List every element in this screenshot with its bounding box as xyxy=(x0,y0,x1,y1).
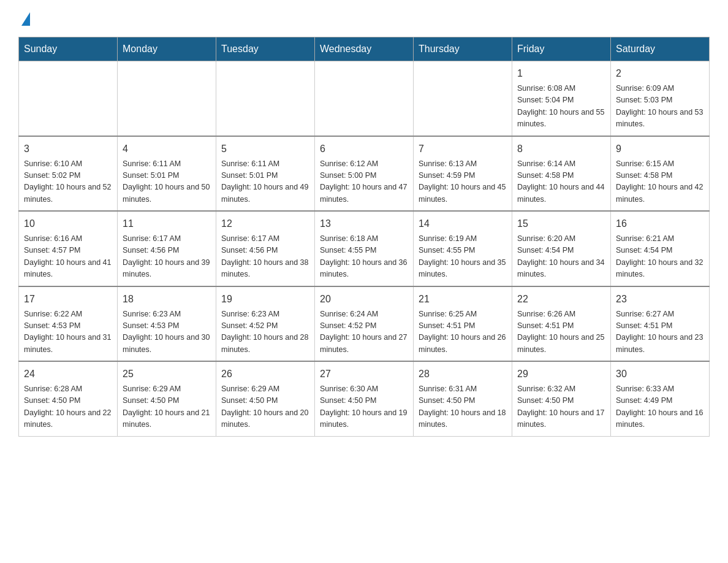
calendar-header-row: SundayMondayTuesdayWednesdayThursdayFrid… xyxy=(19,37,710,61)
calendar-cell xyxy=(315,61,414,136)
calendar-cell: 27Sunrise: 6:30 AMSunset: 4:50 PMDayligh… xyxy=(315,361,414,436)
day-header-thursday: Thursday xyxy=(414,37,512,61)
day-number: 25 xyxy=(123,367,211,381)
day-info: Sunrise: 6:29 AMSunset: 4:50 PMDaylight:… xyxy=(123,383,211,431)
calendar-cell: 6Sunrise: 6:12 AMSunset: 5:00 PMDaylight… xyxy=(315,136,414,212)
day-number: 22 xyxy=(517,292,605,307)
day-info: Sunrise: 6:31 AMSunset: 4:50 PMDaylight:… xyxy=(419,383,507,431)
day-number: 18 xyxy=(123,292,211,307)
calendar-cell: 3Sunrise: 6:10 AMSunset: 5:02 PMDaylight… xyxy=(19,136,118,212)
day-number: 10 xyxy=(24,216,112,231)
day-number: 29 xyxy=(517,367,605,381)
day-info: Sunrise: 6:23 AMSunset: 4:53 PMDaylight:… xyxy=(123,308,211,356)
calendar-week-row: 17Sunrise: 6:22 AMSunset: 4:53 PMDayligh… xyxy=(19,286,710,362)
calendar-cell: 26Sunrise: 6:29 AMSunset: 4:50 PMDayligh… xyxy=(216,361,315,436)
day-number: 20 xyxy=(320,292,408,307)
logo-triangle-icon xyxy=(21,12,30,26)
calendar-cell: 2Sunrise: 6:09 AMSunset: 5:03 PMDaylight… xyxy=(611,61,710,136)
day-header-wednesday: Wednesday xyxy=(315,37,414,61)
day-info: Sunrise: 6:16 AMSunset: 4:57 PMDaylight:… xyxy=(24,233,112,281)
calendar-cell: 23Sunrise: 6:27 AMSunset: 4:51 PMDayligh… xyxy=(611,286,710,362)
day-info: Sunrise: 6:26 AMSunset: 4:51 PMDaylight:… xyxy=(517,308,605,356)
day-number: 28 xyxy=(419,367,507,381)
day-number: 9 xyxy=(616,142,704,156)
calendar-cell: 7Sunrise: 6:13 AMSunset: 4:59 PMDaylight… xyxy=(414,136,512,212)
calendar-cell: 9Sunrise: 6:15 AMSunset: 4:58 PMDaylight… xyxy=(611,136,710,212)
day-number: 17 xyxy=(24,292,112,307)
day-info: Sunrise: 6:17 AMSunset: 4:56 PMDaylight:… xyxy=(123,233,211,281)
day-info: Sunrise: 6:29 AMSunset: 4:50 PMDaylight:… xyxy=(221,383,309,431)
logo-general-text xyxy=(18,12,30,27)
calendar-cell: 30Sunrise: 6:33 AMSunset: 4:49 PMDayligh… xyxy=(611,361,710,436)
calendar-week-row: 3Sunrise: 6:10 AMSunset: 5:02 PMDaylight… xyxy=(19,136,710,212)
calendar-cell: 8Sunrise: 6:14 AMSunset: 4:58 PMDaylight… xyxy=(512,136,611,212)
calendar-week-row: 1Sunrise: 6:08 AMSunset: 5:04 PMDaylight… xyxy=(19,61,710,136)
day-info: Sunrise: 6:15 AMSunset: 4:58 PMDaylight:… xyxy=(616,158,704,206)
day-number: 2 xyxy=(616,66,704,81)
day-header-sunday: Sunday xyxy=(19,37,118,61)
day-info: Sunrise: 6:14 AMSunset: 4:58 PMDaylight:… xyxy=(517,158,605,206)
day-number: 26 xyxy=(221,367,309,381)
day-number: 27 xyxy=(320,367,408,381)
day-info: Sunrise: 6:20 AMSunset: 4:54 PMDaylight:… xyxy=(517,233,605,281)
calendar-cell xyxy=(414,61,512,136)
day-number: 7 xyxy=(419,142,507,156)
day-info: Sunrise: 6:32 AMSunset: 4:50 PMDaylight:… xyxy=(517,383,605,431)
day-info: Sunrise: 6:27 AMSunset: 4:51 PMDaylight:… xyxy=(616,308,704,356)
calendar-cell: 17Sunrise: 6:22 AMSunset: 4:53 PMDayligh… xyxy=(19,286,118,362)
calendar-cell: 24Sunrise: 6:28 AMSunset: 4:50 PMDayligh… xyxy=(19,361,118,436)
calendar-cell: 18Sunrise: 6:23 AMSunset: 4:53 PMDayligh… xyxy=(118,286,216,362)
day-info: Sunrise: 6:28 AMSunset: 4:50 PMDaylight:… xyxy=(24,383,112,431)
calendar-cell: 25Sunrise: 6:29 AMSunset: 4:50 PMDayligh… xyxy=(118,361,216,436)
day-header-monday: Monday xyxy=(118,37,216,61)
calendar-cell: 29Sunrise: 6:32 AMSunset: 4:50 PMDayligh… xyxy=(512,361,611,436)
calendar-cell: 16Sunrise: 6:21 AMSunset: 4:54 PMDayligh… xyxy=(611,211,710,286)
calendar-cell: 14Sunrise: 6:19 AMSunset: 4:55 PMDayligh… xyxy=(414,211,512,286)
calendar-cell: 21Sunrise: 6:25 AMSunset: 4:51 PMDayligh… xyxy=(414,286,512,362)
calendar-cell: 13Sunrise: 6:18 AMSunset: 4:55 PMDayligh… xyxy=(315,211,414,286)
day-info: Sunrise: 6:12 AMSunset: 5:00 PMDaylight:… xyxy=(320,158,408,206)
day-number: 30 xyxy=(616,367,704,381)
calendar-week-row: 10Sunrise: 6:16 AMSunset: 4:57 PMDayligh… xyxy=(19,211,710,286)
day-number: 12 xyxy=(221,216,309,231)
day-info: Sunrise: 6:25 AMSunset: 4:51 PMDaylight:… xyxy=(419,308,507,356)
calendar-cell: 19Sunrise: 6:23 AMSunset: 4:52 PMDayligh… xyxy=(216,286,315,362)
day-number: 15 xyxy=(517,216,605,231)
calendar-cell: 11Sunrise: 6:17 AMSunset: 4:56 PMDayligh… xyxy=(118,211,216,286)
day-info: Sunrise: 6:23 AMSunset: 4:52 PMDaylight:… xyxy=(221,308,309,356)
day-info: Sunrise: 6:11 AMSunset: 5:01 PMDaylight:… xyxy=(221,158,309,206)
day-header-tuesday: Tuesday xyxy=(216,37,315,61)
calendar-cell: 22Sunrise: 6:26 AMSunset: 4:51 PMDayligh… xyxy=(512,286,611,362)
day-info: Sunrise: 6:11 AMSunset: 5:01 PMDaylight:… xyxy=(123,158,211,206)
calendar-cell: 28Sunrise: 6:31 AMSunset: 4:50 PMDayligh… xyxy=(414,361,512,436)
day-number: 8 xyxy=(517,142,605,156)
calendar-cell: 20Sunrise: 6:24 AMSunset: 4:52 PMDayligh… xyxy=(315,286,414,362)
calendar-week-row: 24Sunrise: 6:28 AMSunset: 4:50 PMDayligh… xyxy=(19,361,710,436)
day-number: 21 xyxy=(419,292,507,307)
day-number: 4 xyxy=(123,142,211,156)
day-info: Sunrise: 6:18 AMSunset: 4:55 PMDaylight:… xyxy=(320,233,408,281)
calendar-cell xyxy=(118,61,216,136)
day-number: 23 xyxy=(616,292,704,307)
day-number: 6 xyxy=(320,142,408,156)
day-number: 14 xyxy=(419,216,507,231)
calendar-cell xyxy=(216,61,315,136)
calendar-cell: 10Sunrise: 6:16 AMSunset: 4:57 PMDayligh… xyxy=(19,211,118,286)
calendar-cell: 12Sunrise: 6:17 AMSunset: 4:56 PMDayligh… xyxy=(216,211,315,286)
day-info: Sunrise: 6:19 AMSunset: 4:55 PMDaylight:… xyxy=(419,233,507,281)
day-number: 3 xyxy=(24,142,112,156)
calendar-cell: 5Sunrise: 6:11 AMSunset: 5:01 PMDaylight… xyxy=(216,136,315,212)
day-info: Sunrise: 6:33 AMSunset: 4:49 PMDaylight:… xyxy=(616,383,704,431)
day-header-friday: Friday xyxy=(512,37,611,61)
day-info: Sunrise: 6:09 AMSunset: 5:03 PMDaylight:… xyxy=(616,83,704,131)
day-number: 24 xyxy=(24,367,112,381)
day-info: Sunrise: 6:24 AMSunset: 4:52 PMDaylight:… xyxy=(320,308,408,356)
page-header xyxy=(18,12,710,25)
calendar-table: SundayMondayTuesdayWednesdayThursdayFrid… xyxy=(18,37,710,437)
logo xyxy=(18,12,30,25)
day-info: Sunrise: 6:22 AMSunset: 4:53 PMDaylight:… xyxy=(24,308,112,356)
day-info: Sunrise: 6:13 AMSunset: 4:59 PMDaylight:… xyxy=(419,158,507,206)
day-number: 16 xyxy=(616,216,704,231)
day-header-saturday: Saturday xyxy=(611,37,710,61)
day-info: Sunrise: 6:10 AMSunset: 5:02 PMDaylight:… xyxy=(24,158,112,206)
